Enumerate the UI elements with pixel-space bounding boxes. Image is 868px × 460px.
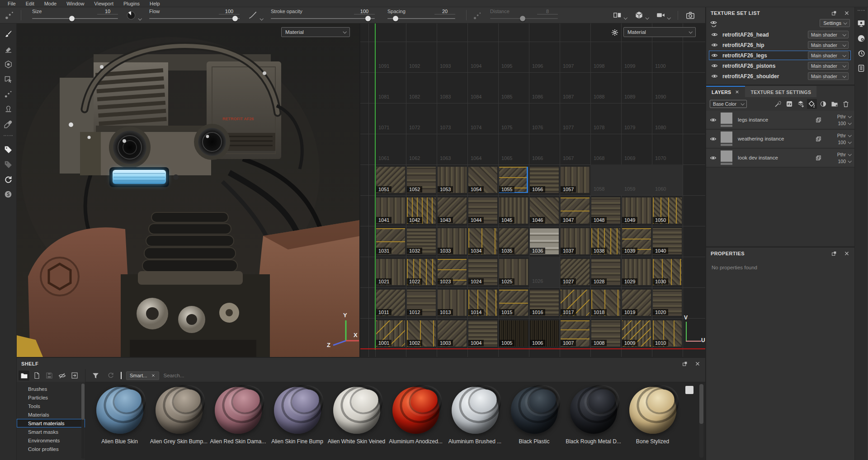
udim-tile-1080[interactable]: 1080 xyxy=(652,103,683,134)
udim-tile-1073[interactable]: 1073 xyxy=(437,103,467,134)
udim-tile-1024[interactable]: 1024 xyxy=(467,257,498,287)
udim-tile-1083[interactable]: 1083 xyxy=(437,72,467,103)
visibility-mode-icon[interactable] xyxy=(710,19,717,27)
udim-tile-1095[interactable]: 1095 xyxy=(498,42,529,72)
udim-tile-1018[interactable]: 1018 xyxy=(590,287,621,318)
udim-tile-1069[interactable]: 1069 xyxy=(621,134,652,164)
udim-tile-1046[interactable]: 1046 xyxy=(529,195,560,226)
udim-tile-1009[interactable]: 1009 xyxy=(621,318,652,349)
udim-tile-1002[interactable]: 1002 xyxy=(406,318,437,349)
layer-visibility-icon[interactable] xyxy=(710,155,717,161)
spacing-value[interactable]: 20 xyxy=(434,9,455,14)
udim-tile-1038[interactable]: 1038 xyxy=(590,226,621,257)
camera-button[interactable] xyxy=(652,10,674,20)
udim-tile-1084[interactable]: 1084 xyxy=(467,72,498,103)
udim-tile-1071[interactable]: 1071 xyxy=(375,103,406,134)
texture-set-row[interactable]: retrofitAF26_headMain shader xyxy=(709,30,851,39)
udim-tile-1001[interactable]: 1001 xyxy=(375,318,406,349)
material-item[interactable]: Aluminium Brushed ... xyxy=(445,387,505,445)
udim-tile-1088[interactable]: 1088 xyxy=(590,72,621,103)
tool-polygon-fill[interactable] xyxy=(2,73,14,85)
viewport-2d[interactable]: 1001100210031004100510061007100810091010… xyxy=(360,23,705,357)
udim-tile-1045[interactable]: 1045 xyxy=(498,195,529,226)
resource-material-resource[interactable] xyxy=(2,158,14,171)
udim-tile-1037[interactable]: 1037 xyxy=(560,226,590,257)
udim-tile-1096[interactable]: 1096 xyxy=(529,42,560,72)
add-smart-material-icon[interactable] xyxy=(773,99,783,109)
filter-tag-close-icon[interactable] xyxy=(151,373,156,378)
shelf-category-environments[interactable]: Environments xyxy=(17,436,85,445)
material-item[interactable]: Alien Grey Skin Bump... xyxy=(149,387,208,445)
visibility-eye-icon[interactable] xyxy=(711,52,718,59)
category-scrollbar[interactable] xyxy=(81,384,85,459)
resource-substance-source[interactable] xyxy=(2,188,14,201)
udim-tile-1051[interactable]: 1051 xyxy=(375,164,406,195)
shelf-category-color-profiles[interactable]: Color profiles xyxy=(17,445,85,453)
udim-tile-1022[interactable]: 1022 xyxy=(406,257,437,287)
udim-tile-1003[interactable]: 1003 xyxy=(437,318,467,349)
visibility-eye-icon[interactable] xyxy=(711,73,718,80)
udim-tile-1014[interactable]: 1014 xyxy=(467,287,498,318)
tab-layers-close-icon[interactable] xyxy=(735,89,740,94)
udim-tile-1021[interactable]: 1021 xyxy=(375,257,406,287)
resource-smart-material-resource[interactable] xyxy=(2,143,14,156)
tool-clone-stamp[interactable] xyxy=(2,103,14,115)
udim-tile-1068[interactable]: 1068 xyxy=(590,134,621,164)
material-item[interactable]: Black Rough Metal D... xyxy=(564,387,623,445)
material-item[interactable]: Black Plastic xyxy=(505,387,564,445)
udim-tile-1053[interactable]: 1053 xyxy=(437,164,467,195)
perspective-button[interactable] xyxy=(631,10,652,20)
layer-row[interactable]: look dev instancePthr100 xyxy=(706,149,854,168)
udim-tile-1077[interactable]: 1077 xyxy=(560,103,590,134)
udim-tile-1042[interactable]: 1042 xyxy=(406,195,437,226)
texture-set-list-close-icon[interactable] xyxy=(844,10,850,16)
udim-tile-1062[interactable]: 1062 xyxy=(406,134,437,164)
thumbnail-size-button[interactable] xyxy=(685,386,693,394)
add-effect-icon[interactable] xyxy=(784,99,794,109)
distance-mode-icon[interactable] xyxy=(471,7,484,23)
udim-tile-1008[interactable]: 1008 xyxy=(590,318,621,349)
shelf-hide-icon[interactable] xyxy=(57,371,67,380)
shader-select[interactable]: Main shader xyxy=(808,41,849,49)
menu-window[interactable]: Window xyxy=(61,1,89,6)
log-icon[interactable] xyxy=(855,62,868,75)
stroke-profile-button[interactable] xyxy=(246,7,264,23)
texture-set-row[interactable]: retrofitAF26_shoulderMain shader xyxy=(709,71,851,81)
shelf-category-materials[interactable]: Materials xyxy=(17,410,85,419)
shelf-popout-icon[interactable] xyxy=(682,361,688,367)
texture-set-settings-button[interactable]: Settings xyxy=(820,19,850,27)
layer-visibility-icon[interactable] xyxy=(710,117,717,123)
menu-plugins[interactable]: Plugins xyxy=(118,1,145,6)
udim-tile-1012[interactable]: 1012 xyxy=(406,287,437,318)
udim-tile-1040[interactable]: 1040 xyxy=(652,226,683,257)
menu-help[interactable]: Help xyxy=(145,1,165,6)
udim-tile-1094[interactable]: 1094 xyxy=(467,42,498,72)
snapshot-button[interactable] xyxy=(682,10,699,21)
properties-close-icon[interactable] xyxy=(844,250,850,257)
menu-edit[interactable]: Edit xyxy=(21,1,39,6)
udim-tile-1036[interactable]: 1036 xyxy=(529,226,560,257)
spacing-slider[interactable] xyxy=(387,16,455,21)
udim-tile-1041[interactable]: 1041 xyxy=(375,195,406,226)
tool-paint-brush[interactable] xyxy=(2,28,14,41)
udim-tile-1025[interactable]: 1025 xyxy=(498,257,529,287)
stroke-opacity-slider[interactable] xyxy=(271,16,375,21)
stroke-opacity-value[interactable]: 100 xyxy=(354,9,375,14)
udim-tile-1074[interactable]: 1074 xyxy=(467,103,498,134)
texture-set-list-popout-icon[interactable] xyxy=(831,10,837,16)
tool-material-picker[interactable] xyxy=(2,117,14,130)
shelf-category-tools[interactable]: Tools xyxy=(17,402,85,410)
shader-select[interactable]: Main shader xyxy=(808,31,849,38)
udim-tile-1098[interactable]: 1098 xyxy=(590,42,621,72)
opacity-select[interactable]: 100 xyxy=(826,121,851,126)
split-view-button[interactable] xyxy=(609,10,631,20)
udim-tile-1020[interactable]: 1020 xyxy=(652,287,683,318)
udim-tile-1019[interactable]: 1019 xyxy=(621,287,652,318)
size-slider[interactable] xyxy=(32,16,118,21)
udim-tile-1026[interactable]: 1026 xyxy=(529,257,560,287)
shader-select[interactable]: Main shader xyxy=(808,52,849,59)
udim-tile-1064[interactable]: 1064 xyxy=(467,134,498,164)
layer-visibility-icon[interactable] xyxy=(710,136,717,142)
udim-tile-1061[interactable]: 1061 xyxy=(375,134,406,164)
udim-tile-1039[interactable]: 1039 xyxy=(621,226,652,257)
